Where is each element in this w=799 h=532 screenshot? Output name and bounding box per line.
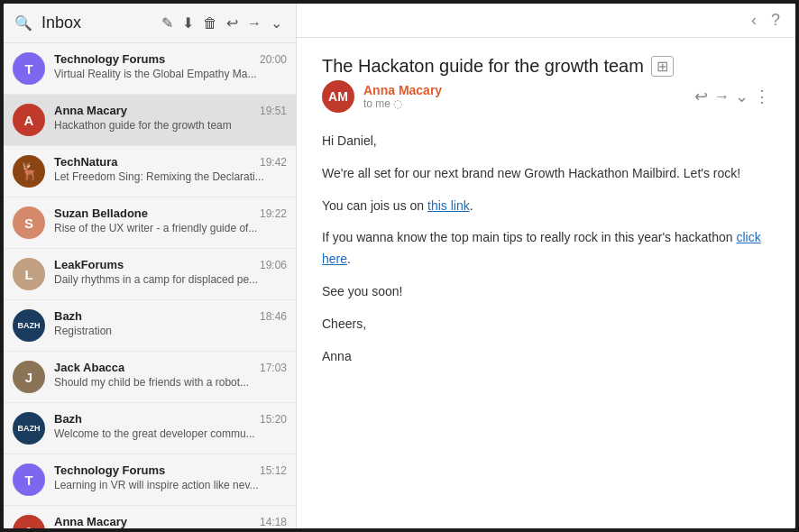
email-sender: Jack Abacca [54,361,124,374]
email-list-item[interactable]: 🦌TechNatura19:42Let Freedom Sing: Remixi… [4,146,296,197]
add-tab-icon[interactable]: ⊞ [651,56,674,77]
email-top-row: TechNatura19:42 [54,155,287,169]
email-item-content: Anna Macary14:18How Should We Tax Self-D… [54,515,287,528]
email-list-item[interactable]: TTechnology Forums20:00Virtual Reality i… [4,43,296,95]
email-time: 19:51 [260,105,287,117]
avatar: L [13,258,45,290]
email-item-content: Technology Forums20:00Virtual Reality is… [54,52,287,80]
help-icon[interactable]: ? [767,9,785,32]
email-top-row: Technology Forums20:00 [54,52,287,66]
email-sender: TechNatura [54,155,118,169]
inbox-header: 🔍 Inbox ✎ ⬇ 🗑 ↩ → ⌄ [4,4,296,43]
email-item-content: TechNatura19:42Let Freedom Sing: Remixin… [54,155,287,183]
email-time: 15:20 [260,413,287,426]
email-subject-title: The Hackaton guide for the growth team [322,56,644,77]
email-item-content: Jack Abacca17:03Should my child be frien… [54,361,287,389]
avatar: A [13,104,45,136]
email-time: 19:42 [260,156,287,169]
email-dropdown-icon[interactable]: ⌄ [735,87,748,106]
forward-icon[interactable]: → [244,14,264,33]
email-top-row: Suzan Belladone19:22 [54,206,287,220]
email-subject: Registration [54,325,287,337]
reply-icon[interactable]: ↩ [224,13,241,33]
sender-name: Anna Macary [363,83,685,97]
top-bar: ‹ ? [297,4,795,38]
app-container: 🔍 Inbox ✎ ⬇ 🗑 ↩ → ⌄ TTechnology Forums20… [4,4,795,528]
avatar: T [13,463,45,496]
email-top-row: Bazh18:46 [54,309,287,323]
email-time: 14:18 [260,516,287,528]
email-list-item[interactable]: AAnna Macary19:51Hackathon guide for the… [4,95,296,146]
this-link[interactable]: this link [427,198,470,213]
email-subject: Let Freedom Sing: Remixing the Declarati… [54,170,287,183]
email-item-content: Suzan Belladone19:22Rise of the UX write… [54,206,287,234]
avatar: BAZH [13,309,45,342]
email-item-content: LeakForums19:06Daily rhythms in a camp f… [54,258,287,286]
body-line1: We're all set for our next brand new Gro… [322,163,770,185]
email-sender: Anna Macary [54,515,127,528]
avatar: S [13,206,45,239]
left-panel: 🔍 Inbox ✎ ⬇ 🗑 ↩ → ⌄ TTechnology Forums20… [4,4,297,528]
body-line2-prefix: You can jois us on [322,198,427,213]
email-list-item[interactable]: JJack Abacca17:03Should my child be frie… [4,352,296,403]
avatar: J [13,361,45,393]
sender-info: Anna Macary to me ◌ [363,83,685,110]
email-subject: Learning in VR will inspire action like … [54,479,287,491]
signature: Anna [322,346,770,368]
email-body: Hi Daniel, We're all set for our next br… [322,131,770,367]
email-subject: Virtual Reality is the Global Empathy Ma… [54,68,287,80]
email-list-item[interactable]: BAZHBazh18:46Registration [4,300,296,352]
sender-row: AM Anna Macary to me ◌ ↩ → ⌄ ⋮ [322,80,770,113]
avatar: A [13,515,45,528]
sender-to: to me ◌ [363,97,685,110]
email-reply-icon[interactable]: ↩ [694,87,708,106]
email-list-item[interactable]: LLeakForums19:06Daily rhythms in a camp … [4,249,296,300]
compose-icon[interactable]: ✎ [159,13,176,33]
sender-avatar: AM [322,80,354,113]
email-detail: The Hackaton guide for the growth team ⊞… [297,38,795,528]
email-list-item[interactable]: BAZHBazh15:20Welcome to the great develo… [4,403,296,454]
email-sender: LeakForums [54,258,124,271]
email-list: TTechnology Forums20:00Virtual Reality i… [4,43,296,528]
email-list-item[interactable]: AAnna Macary14:18How Should We Tax Self-… [4,506,296,528]
avatar: T [13,52,45,85]
email-sender: Bazh [54,309,82,323]
email-item-content: Bazh15:20Welcome to the great developer … [54,412,287,440]
see-you: See you soon! [322,281,770,303]
email-forward-icon[interactable]: → [713,87,730,106]
email-subject: Rise of the UX writer - a friendly guide… [54,222,287,234]
email-list-item[interactable]: TTechnology Forums15:12Learning in VR wi… [4,454,296,506]
email-time: 19:06 [260,259,287,271]
email-sender: Technology Forums [54,463,165,477]
email-time: 19:22 [260,207,287,220]
body-line2: You can jois us on this link. [322,196,770,217]
email-list-item[interactable]: SSuzan Belladone19:22Rise of the UX writ… [4,197,296,249]
download-icon[interactable]: ⬇ [179,13,197,33]
email-subject: Should my child be friends with a robot.… [54,376,287,389]
email-time: 18:46 [260,310,287,323]
search-icon[interactable]: 🔍 [14,14,32,32]
email-time: 15:12 [260,464,287,477]
body-line3-prefix: If you wanna know the top main tips to r… [322,230,736,244]
body-line3-suffix: . [347,252,351,266]
body-line2-suffix: . [470,198,473,213]
greeting: Hi Daniel, [322,131,770,152]
body-line3: If you wanna know the top main tips to r… [322,227,770,271]
email-top-row: Jack Abacca17:03 [54,361,287,374]
sender-avatar-initials: AM [328,89,348,104]
email-top-row: Anna Macary14:18 [54,515,287,528]
email-more-icon[interactable]: ⋮ [754,87,770,106]
inbox-actions: ✎ ⬇ 🗑 ↩ → ⌄ [159,13,285,33]
avatar: BAZH [13,412,45,445]
email-title-row: The Hackaton guide for the growth team ⊞ [322,56,770,77]
email-subject: Welcome to the great developer commu... [54,427,287,440]
email-sender: Technology Forums [54,52,165,66]
delete-icon[interactable]: 🗑 [200,14,220,33]
email-subject: Hackathon guide for the growth team [54,119,287,132]
more-icon[interactable]: ⌄ [268,13,285,33]
email-time: 20:00 [260,53,287,66]
avatar: 🦌 [13,155,45,188]
email-top-row: LeakForums19:06 [54,258,287,271]
email-top-row: Technology Forums15:12 [54,463,287,477]
back-nav-icon[interactable]: ‹ [747,9,761,32]
